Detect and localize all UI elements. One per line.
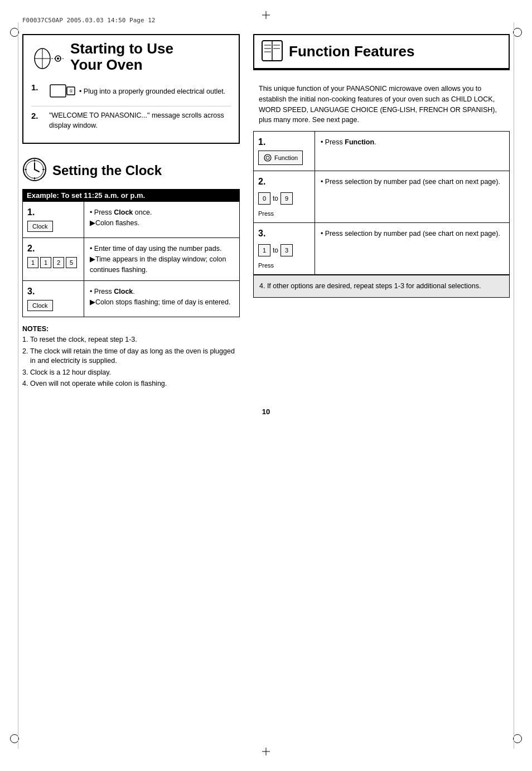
notes-list: To reset the clock, repeat step 1-3. The… <box>22 335 240 389</box>
func-step2-press: Press <box>258 210 274 217</box>
function-icon <box>260 38 284 65</box>
svg-point-25 <box>266 156 269 159</box>
clock-title: Setting the Clock <box>52 163 162 178</box>
function-header: Function Features <box>254 35 509 69</box>
clock-step-3-row: 3. Clock • Press Clock. ▶Colon stops fla… <box>23 281 239 317</box>
digit-4: 5 <box>66 257 77 268</box>
header-line: F00037C50AP 2005.03.03 14:50 Page 12 <box>22 17 510 24</box>
func-step-3-text: • Press selection by number pad (see cha… <box>315 223 509 274</box>
clock-step-1-text: • Press Clock once. ▶Colon flashes. <box>84 202 239 237</box>
clock-key-button-1: Clock <box>27 221 53 232</box>
clock-step-1-row: 1. Clock • Press Clock once. ▶Colon flas… <box>23 202 239 238</box>
clock-key-button-3: Clock <box>27 300 53 311</box>
starting-step-2: 2. "WELCOME TO PANASONIC..." message scr… <box>31 106 231 135</box>
starting-title: Starting to Use Your Oven <box>31 41 231 72</box>
range-to-2: 9 <box>280 192 293 205</box>
svg-text:①: ① <box>69 89 73 94</box>
starting-title-text: Starting to Use Your Oven <box>70 41 173 72</box>
clock-step-2-text: • Enter time of day using the number pad… <box>84 238 239 280</box>
func-step2-num: 2. <box>258 177 265 187</box>
func-step-4: 4. If other options are desired, repeat … <box>254 275 509 297</box>
notes-section: NOTES: To reset the clock, repeat step 1… <box>22 325 240 389</box>
clock-step2-digits: 1 1 2 5 <box>27 257 77 268</box>
clock-step3-num: 3. <box>27 287 35 297</box>
note-4: Oven will not operate while colon is fla… <box>22 379 240 389</box>
range-from-3: 1 <box>258 244 270 256</box>
starting-step-1: 1. ① • Plug into a properly grounded ele… <box>31 78 231 106</box>
func-key-button-1: Function <box>258 151 303 165</box>
func-step3-num: 3. <box>258 229 265 239</box>
starting-step2-text: "WELCOME TO PANASONIC..." message scroll… <box>49 111 231 130</box>
func-step-2-left: 2. 0 to 9 Press <box>254 171 315 222</box>
svg-rect-6 <box>50 85 66 97</box>
function-title: Function Features <box>289 43 414 60</box>
svg-point-24 <box>264 154 271 161</box>
function-steps-table: 1. Function • Press Function. <box>253 131 510 298</box>
starting-step2-num: 2. <box>31 111 43 120</box>
func-step-3-row: 3. 1 to 3 Press • Press selection by num… <box>254 223 509 275</box>
plug-icon: ① <box>49 83 76 101</box>
clock-step2-num: 2. <box>27 244 35 254</box>
func-step-2-text: • Press selection by number pad (see cha… <box>315 171 509 222</box>
func-step-1-text: • Press Function. <box>315 132 509 171</box>
clock-step-3-text: • Press Clock. ▶Colon stops flashing; ti… <box>84 281 239 317</box>
func-step-1-left: 1. Function <box>254 132 315 171</box>
clock-section: Setting the Clock Example: To set 11:25 … <box>22 157 240 389</box>
func-step-1-row: 1. Function • Press Function. <box>254 132 509 171</box>
note-3: Clock is a 12 hour display. <box>22 368 240 378</box>
clock-step-2-left: 2. 1 1 2 5 <box>23 238 84 280</box>
func-step1-num: 1. <box>258 137 265 147</box>
clock-step-3-left: 3. Clock <box>23 281 84 317</box>
notes-title: NOTES: <box>22 325 240 333</box>
function-description: This unique function of your PANASONIC m… <box>253 78 510 131</box>
range-to-3: 3 <box>280 244 293 256</box>
clock-step-2-row: 2. 1 1 2 5 • Enter time of day using the… <box>23 238 239 281</box>
starting-step1-num: 1. <box>31 83 43 92</box>
digit-1: 1 <box>27 257 38 268</box>
main-columns: Starting to Use Your Oven 1. ① • <box>22 34 510 391</box>
clock-step-1-left: 1. Clock <box>23 202 84 237</box>
func-step-3-left: 3. 1 to 3 Press <box>254 223 315 274</box>
func-step3-range: 1 to 3 <box>258 244 293 256</box>
svg-point-5 <box>57 57 59 60</box>
clock-steps-table: 1. Clock • Press Clock once. ▶Colon flas… <box>22 202 240 317</box>
left-column: Starting to Use Your Oven 1. ① • <box>22 34 240 391</box>
note-2: The clock will retain the time of day as… <box>22 347 240 366</box>
note-1: To reset the clock, repeat step 1-3. <box>22 335 240 345</box>
digit-2: 1 <box>40 257 51 268</box>
right-column: Function Features This unique function o… <box>253 34 510 298</box>
func-step3-press: Press <box>258 262 274 269</box>
oven-icon <box>31 43 65 71</box>
page-number: 10 <box>22 408 510 416</box>
func-step-2-row: 2. 0 to 9 Press • Press selection by num… <box>254 171 509 223</box>
starting-box: Starting to Use Your Oven 1. ① • <box>22 34 240 144</box>
func-step2-range: 0 to 9 <box>258 192 293 205</box>
clock-header: Setting the Clock <box>22 157 240 183</box>
function-key-icon <box>263 153 272 162</box>
clock-example-bar: Example: To set 11:25 a.m. or p.m. <box>22 189 240 202</box>
svg-line-12 <box>35 169 39 172</box>
starting-step1-text: • Plug into a properly grounded electric… <box>79 87 225 97</box>
clock-section-icon <box>22 157 47 183</box>
page: F00037C50AP 2005.03.03 14:50 Page 12 <box>0 0 532 771</box>
clock-step1-num: 1. <box>27 207 35 217</box>
digit-3: 2 <box>53 257 64 268</box>
range-from-2: 0 <box>258 192 270 205</box>
function-box: Function Features <box>253 34 510 70</box>
